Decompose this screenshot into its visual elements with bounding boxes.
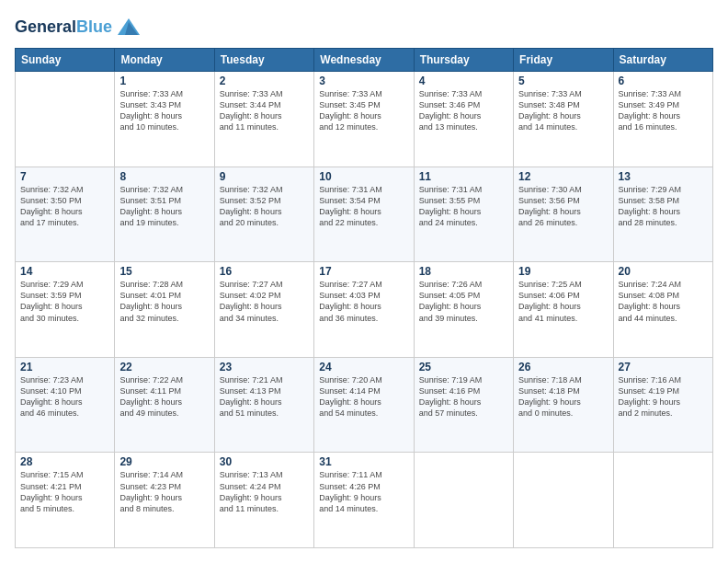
day-number: 17 [319, 265, 408, 278]
day-info: Sunrise: 7:32 AM Sunset: 3:50 PM Dayligh… [20, 184, 109, 229]
day-number: 30 [220, 455, 309, 468]
calendar-cell: 19Sunrise: 7:25 AM Sunset: 4:06 PM Dayli… [514, 262, 613, 358]
day-info: Sunrise: 7:11 AM Sunset: 4:26 PM Dayligh… [319, 469, 408, 514]
calendar-week-5: 28Sunrise: 7:15 AM Sunset: 4:21 PM Dayli… [16, 453, 713, 548]
header: GeneralBlue [15, 15, 713, 40]
calendar-header-monday: Monday [115, 49, 214, 72]
day-number: 28 [20, 455, 109, 468]
day-info: Sunrise: 7:33 AM Sunset: 3:48 PM Dayligh… [518, 88, 608, 133]
calendar-header-row: SundayMondayTuesdayWednesdayThursdayFrid… [16, 49, 713, 72]
day-info: Sunrise: 7:20 AM Sunset: 4:14 PM Dayligh… [319, 374, 408, 419]
calendar-cell: 7Sunrise: 7:32 AM Sunset: 3:50 PM Daylig… [16, 167, 115, 262]
calendar-header-tuesday: Tuesday [214, 49, 313, 72]
calendar-cell: 6Sunrise: 7:33 AM Sunset: 3:49 PM Daylig… [613, 72, 712, 167]
calendar-cell: 18Sunrise: 7:26 AM Sunset: 4:05 PM Dayli… [414, 262, 513, 358]
calendar-cell: 26Sunrise: 7:18 AM Sunset: 4:18 PM Dayli… [514, 357, 613, 453]
calendar-cell: 13Sunrise: 7:29 AM Sunset: 3:58 PM Dayli… [613, 167, 712, 262]
calendar-week-3: 14Sunrise: 7:29 AM Sunset: 3:59 PM Dayli… [16, 262, 713, 358]
calendar-cell: 3Sunrise: 7:33 AM Sunset: 3:45 PM Daylig… [314, 72, 414, 167]
day-info: Sunrise: 7:27 AM Sunset: 4:03 PM Dayligh… [319, 279, 408, 324]
day-info: Sunrise: 7:26 AM Sunset: 4:05 PM Dayligh… [419, 279, 508, 324]
day-number: 5 [518, 75, 608, 87]
day-info: Sunrise: 7:24 AM Sunset: 4:08 PM Dayligh… [619, 279, 708, 324]
calendar-cell: 12Sunrise: 7:30 AM Sunset: 3:56 PM Dayli… [514, 167, 613, 262]
calendar-cell [613, 453, 712, 548]
calendar-cell: 5Sunrise: 7:33 AM Sunset: 3:48 PM Daylig… [514, 72, 613, 167]
day-number: 25 [419, 361, 508, 373]
day-info: Sunrise: 7:23 AM Sunset: 4:10 PM Dayligh… [20, 374, 109, 419]
calendar-cell: 22Sunrise: 7:22 AM Sunset: 4:11 PM Dayli… [115, 357, 214, 453]
calendar-cell: 21Sunrise: 7:23 AM Sunset: 4:10 PM Dayli… [16, 357, 115, 453]
day-number: 19 [518, 265, 608, 278]
calendar-week-1: 1Sunrise: 7:33 AM Sunset: 3:43 PM Daylig… [16, 72, 713, 167]
day-info: Sunrise: 7:25 AM Sunset: 4:06 PM Dayligh… [518, 279, 608, 324]
calendar-cell: 1Sunrise: 7:33 AM Sunset: 3:43 PM Daylig… [115, 72, 214, 167]
day-info: Sunrise: 7:16 AM Sunset: 4:19 PM Dayligh… [619, 374, 708, 419]
calendar-cell [414, 453, 513, 548]
day-info: Sunrise: 7:22 AM Sunset: 4:11 PM Dayligh… [119, 374, 209, 419]
calendar-cell: 16Sunrise: 7:27 AM Sunset: 4:02 PM Dayli… [214, 262, 313, 358]
day-number: 15 [119, 265, 209, 278]
day-info: Sunrise: 7:32 AM Sunset: 3:51 PM Dayligh… [119, 184, 209, 229]
calendar-header-wednesday: Wednesday [314, 49, 414, 72]
day-number: 10 [319, 170, 408, 183]
day-info: Sunrise: 7:27 AM Sunset: 4:02 PM Dayligh… [220, 279, 309, 324]
calendar-cell: 9Sunrise: 7:32 AM Sunset: 3:52 PM Daylig… [214, 167, 313, 262]
calendar-week-4: 21Sunrise: 7:23 AM Sunset: 4:10 PM Dayli… [16, 357, 713, 453]
calendar-header-saturday: Saturday [613, 49, 712, 72]
calendar-cell [514, 453, 613, 548]
day-info: Sunrise: 7:14 AM Sunset: 4:23 PM Dayligh… [119, 469, 209, 514]
day-info: Sunrise: 7:18 AM Sunset: 4:18 PM Dayligh… [518, 374, 608, 419]
calendar-cell: 4Sunrise: 7:33 AM Sunset: 3:46 PM Daylig… [414, 72, 513, 167]
day-info: Sunrise: 7:15 AM Sunset: 4:21 PM Dayligh… [20, 469, 109, 514]
calendar-cell: 25Sunrise: 7:19 AM Sunset: 4:16 PM Dayli… [414, 357, 513, 453]
day-number: 21 [20, 361, 109, 373]
day-info: Sunrise: 7:33 AM Sunset: 3:49 PM Dayligh… [619, 88, 708, 133]
day-info: Sunrise: 7:19 AM Sunset: 4:16 PM Dayligh… [419, 374, 508, 419]
day-info: Sunrise: 7:31 AM Sunset: 3:55 PM Dayligh… [419, 184, 508, 229]
day-number: 20 [619, 265, 708, 278]
logo-text: GeneralBlue [15, 18, 112, 37]
calendar-cell: 27Sunrise: 7:16 AM Sunset: 4:19 PM Dayli… [613, 357, 712, 453]
calendar-cell: 11Sunrise: 7:31 AM Sunset: 3:55 PM Dayli… [414, 167, 513, 262]
calendar-week-2: 7Sunrise: 7:32 AM Sunset: 3:50 PM Daylig… [16, 167, 713, 262]
day-info: Sunrise: 7:29 AM Sunset: 3:58 PM Dayligh… [619, 184, 708, 229]
day-number: 11 [419, 170, 508, 183]
calendar-cell: 10Sunrise: 7:31 AM Sunset: 3:54 PM Dayli… [314, 167, 414, 262]
day-number: 16 [220, 265, 309, 278]
calendar-header-friday: Friday [514, 49, 613, 72]
day-number: 18 [419, 265, 508, 278]
day-number: 3 [319, 75, 408, 87]
calendar-table: SundayMondayTuesdayWednesdayThursdayFrid… [15, 48, 713, 548]
calendar-header-sunday: Sunday [16, 49, 115, 72]
page: GeneralBlue SundayMondayTuesdayWednesday… [0, 0, 728, 563]
calendar-cell: 29Sunrise: 7:14 AM Sunset: 4:23 PM Dayli… [115, 453, 214, 548]
day-info: Sunrise: 7:29 AM Sunset: 3:59 PM Dayligh… [20, 279, 109, 324]
day-number: 4 [419, 75, 508, 87]
calendar-cell: 28Sunrise: 7:15 AM Sunset: 4:21 PM Dayli… [16, 453, 115, 548]
calendar-header-thursday: Thursday [414, 49, 513, 72]
calendar-cell: 8Sunrise: 7:32 AM Sunset: 3:51 PM Daylig… [115, 167, 214, 262]
calendar-cell: 20Sunrise: 7:24 AM Sunset: 4:08 PM Dayli… [613, 262, 712, 358]
calendar-cell: 23Sunrise: 7:21 AM Sunset: 4:13 PM Dayli… [214, 357, 313, 453]
day-number: 1 [119, 75, 209, 87]
day-number: 12 [518, 170, 608, 183]
day-info: Sunrise: 7:13 AM Sunset: 4:24 PM Dayligh… [220, 469, 309, 514]
day-number: 8 [119, 170, 209, 183]
day-number: 13 [619, 170, 708, 183]
day-number: 29 [119, 455, 209, 468]
day-number: 22 [119, 361, 209, 373]
day-number: 26 [518, 361, 608, 373]
day-info: Sunrise: 7:21 AM Sunset: 4:13 PM Dayligh… [220, 374, 309, 419]
calendar-cell: 2Sunrise: 7:33 AM Sunset: 3:44 PM Daylig… [214, 72, 313, 167]
day-number: 27 [619, 361, 708, 373]
day-info: Sunrise: 7:28 AM Sunset: 4:01 PM Dayligh… [119, 279, 209, 324]
calendar-cell: 17Sunrise: 7:27 AM Sunset: 4:03 PM Dayli… [314, 262, 414, 358]
day-info: Sunrise: 7:30 AM Sunset: 3:56 PM Dayligh… [518, 184, 608, 229]
logo: GeneralBlue [15, 15, 142, 40]
day-info: Sunrise: 7:33 AM Sunset: 3:45 PM Dayligh… [319, 88, 408, 133]
day-info: Sunrise: 7:33 AM Sunset: 3:46 PM Dayligh… [419, 88, 508, 133]
logo-icon [116, 15, 142, 40]
day-number: 6 [619, 75, 708, 87]
calendar-cell: 24Sunrise: 7:20 AM Sunset: 4:14 PM Dayli… [314, 357, 414, 453]
